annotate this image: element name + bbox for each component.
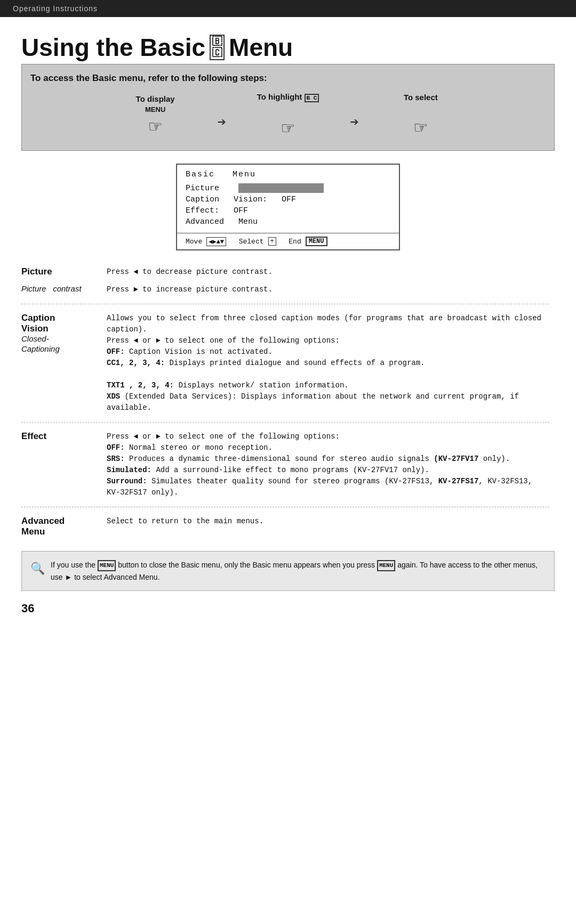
term-picture-contrast: Picture contrast — [21, 281, 107, 298]
title-text-using: Using the Basic — [21, 33, 205, 62]
note-text: If you use the MENU button to close the … — [51, 559, 546, 583]
term-caption-vision: CaptionVision Closed-Captioning — [21, 310, 107, 417]
hand-icon-1: ☞ — [149, 115, 162, 139]
arrow-2: ➔ — [350, 113, 359, 131]
menu-item-effect: Effect: OFF — [186, 205, 390, 216]
title-icon: 🇧🇨 — [210, 35, 225, 60]
desc-effect: Press ◄ or ► to select one of the follow… — [107, 428, 555, 501]
footer-move-label: Move — [186, 238, 202, 246]
menu-box-footer: Move ◀▶▲▼ Select + End MENU — [177, 233, 399, 249]
step-select: To select ☞ — [367, 93, 474, 140]
section-effect: Effect Press ◄ or ► to select one of the… — [21, 428, 555, 501]
menu-inline-2: MENU — [377, 560, 395, 572]
main-title: Using the Basic 🇧🇨 Menu — [21, 33, 555, 62]
steps-intro: To access the Basic menu, refer to the f… — [22, 70, 554, 89]
header-bar: Operating Instructions — [0, 0, 576, 17]
highlight-icon: B C — [305, 94, 319, 102]
desc-advanced-menu: Select to return to the main menus. — [107, 513, 555, 540]
menu-item-advanced: Advanced Menu — [186, 216, 390, 228]
menu-inline-1: MENU — [98, 560, 116, 572]
page-number: 36 — [21, 602, 555, 615]
menu-box-title: Basic Menu — [177, 165, 399, 182]
desc-picture: Press ◄ to decrease picture contrast. — [107, 263, 555, 281]
menu-box: Basic Menu Picture Caption Vision: OFF E… — [176, 164, 400, 250]
header-title: Operating Instructions — [13, 4, 98, 13]
spacer-2 — [21, 417, 555, 428]
menu-item-picture: Picture — [186, 182, 390, 194]
hand-icon-2: ☞ — [282, 116, 294, 141]
title-text-menu: Menu — [229, 33, 293, 62]
desc-caption-vision: Allows you to select from three closed c… — [107, 310, 555, 417]
picture-highlight — [238, 183, 324, 193]
section-advanced-menu: AdvancedMenu Select to return to the mai… — [21, 513, 555, 540]
section-picture-contrast: Picture contrast Press ► to increase pic… — [21, 281, 555, 298]
step-highlight: To highlight B C ☞ — [235, 92, 341, 141]
footer-select-label: Select — [230, 238, 263, 246]
footer-end-label: End — [281, 238, 301, 246]
steps-bar: To access the Basic menu, refer to the f… — [21, 64, 555, 151]
term-picture: Picture — [21, 263, 107, 281]
footer-end-key: MENU — [306, 237, 327, 246]
menu-box-items: Picture Caption Vision: OFF Effect: OFF … — [177, 182, 399, 233]
section-caption-vision: CaptionVision Closed-Captioning Allows y… — [21, 310, 555, 417]
section-picture: Picture Press ◄ to decrease picture cont… — [21, 263, 555, 281]
footer-move-key: ◀▶▲▼ — [206, 237, 226, 246]
desc-picture-contrast: Press ► to increase picture contrast. — [107, 281, 555, 298]
term-effect: Effect — [21, 428, 107, 501]
note-icon: 🔍 — [30, 559, 45, 578]
spacer-1 — [21, 298, 555, 310]
step-select-label: To select — [404, 93, 438, 102]
step-display: To display MENU ☞ — [102, 94, 209, 139]
step-highlight-label: To highlight B C — [257, 92, 319, 102]
page-content: Using the Basic 🇧🇨 Menu To access the Ba… — [0, 17, 576, 637]
menu-box-container: Basic Menu Picture Caption Vision: OFF E… — [21, 164, 555, 250]
menu-label: MENU — [145, 106, 165, 114]
footer-select-key: + — [268, 237, 276, 246]
term-advanced-menu: AdvancedMenu — [21, 513, 107, 540]
hand-icon-3: ☞ — [414, 116, 427, 140]
note-box: 🔍 If you use the MENU button to close th… — [21, 551, 555, 591]
step-display-label: To display — [136, 94, 175, 103]
spacer-3 — [21, 501, 555, 513]
content-table: Picture Press ◄ to decrease picture cont… — [21, 263, 555, 540]
steps-row: To display MENU ☞ ➔ To highlight B C ☞ ➔ — [22, 89, 554, 144]
menu-item-caption: Caption Vision: OFF — [186, 194, 390, 205]
arrow-1: ➔ — [217, 113, 226, 131]
